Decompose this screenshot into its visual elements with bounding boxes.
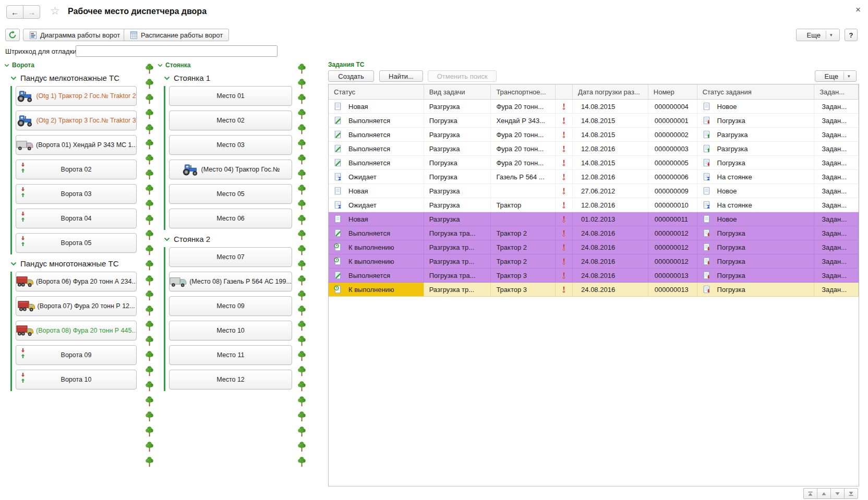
column-header[interactable] — [556, 84, 573, 99]
table-row[interactable]: НоваяРазгрузкаФура 20 тонн...14.08.20150… — [329, 100, 859, 114]
task-status-label: Погрузка — [717, 159, 745, 167]
urgent-icon — [561, 258, 566, 265]
table-row[interactable]: НоваяРазгрузка01.02.2013000000011НовоеЗа… — [329, 212, 859, 226]
parking-spot-button[interactable]: Место 03 — [169, 135, 292, 155]
table-row[interactable]: ВыполняетсяРазгрузкаФура 20 тонн...14.08… — [329, 128, 859, 142]
gate-button[interactable]: (Otg 1) Трактор 2 Гос.№ Traktor 2 — [16, 86, 137, 106]
gate-button[interactable]: (Ворота 07) Фура 20 тонн Р 12... — [16, 296, 137, 316]
column-header[interactable]: Вид задачи — [424, 84, 491, 99]
favorite-star-icon[interactable]: ☆ — [50, 5, 60, 17]
table-row[interactable]: К выполнениюРазгрузка тр...Трактор 224.0… — [329, 254, 859, 269]
task-status-cell: Погрузка — [697, 283, 815, 296]
chevron-down-icon — [164, 76, 170, 80]
parking-spot-button[interactable]: Место 06 — [169, 209, 292, 228]
table-row[interactable]: ВыполняетсяПогрузкаХендай Р 343...14.08.… — [329, 114, 859, 128]
assigned-cell: Задан... — [814, 254, 859, 268]
column-header[interactable]: Дата погрузки раз... — [573, 84, 648, 99]
vehicle-cell: Фура 20 тонн... — [491, 128, 556, 141]
urgent-icon — [561, 229, 566, 237]
parking-spot-button[interactable]: Место 12 — [169, 370, 292, 389]
parking-spot-button[interactable]: Место 05 — [169, 184, 292, 204]
column-header[interactable]: Статус — [329, 84, 424, 99]
parking-spot-button[interactable]: Место 09 — [169, 296, 292, 316]
column-header[interactable]: Статус задания — [697, 84, 815, 99]
nav-first-button[interactable] — [803, 488, 817, 499]
nav-down-button[interactable] — [830, 488, 845, 499]
gate-button-label: Ворота 10 — [61, 376, 92, 383]
gate-button[interactable]: Ворота 04 — [16, 209, 137, 228]
number-cell: 000000004 — [648, 100, 697, 113]
column-header[interactable]: Задан... — [814, 84, 859, 99]
table-row[interactable]: ВыполняетсяРазгрузкаФура 20 тонн...12.08… — [329, 142, 859, 156]
task-status-cell: Погрузка — [697, 156, 815, 169]
barcode-input[interactable] — [76, 45, 278, 57]
number-cell: 000000012 — [648, 254, 697, 268]
chevron-down-icon[interactable] — [4, 64, 9, 67]
table-row[interactable]: К выполнениюРазгрузка тр...Трактор 324.0… — [329, 283, 859, 297]
close-button[interactable]: × — [855, 5, 861, 15]
group-body: Место 01Место 02Место 03(Место 04) Тракт… — [164, 86, 293, 230]
gate-button[interactable]: (Otg 2) Трактор 3 Гос.№ Traktor 3 — [16, 111, 137, 130]
task-status-icon — [703, 243, 710, 251]
gate-button[interactable]: (Ворота 01) Хендай Р 343 МС 1... — [16, 135, 137, 155]
tree-icon — [145, 441, 154, 453]
parking-spot-button[interactable]: Место 02 — [169, 111, 292, 130]
gate-button[interactable]: (Ворота 06) Фура 20 тонн А 234... — [16, 272, 137, 291]
nav-up-button[interactable] — [817, 488, 831, 499]
gates-schedule-button[interactable]: Расписание работы ворот — [124, 29, 229, 41]
gate-button[interactable]: Ворота 03 — [16, 184, 137, 204]
parking-spot-button[interactable]: (Место 08) Газель Р 564 АС 199... — [169, 272, 292, 291]
parking-spot-button[interactable]: Место 01 — [169, 86, 292, 106]
tree-icon — [145, 184, 154, 196]
doc-status-icon — [334, 130, 342, 139]
table-row[interactable]: ОжидаетРазгрузкаТрактор12.08.20160000000… — [329, 198, 859, 212]
parking-panel-title: Стоянка — [158, 62, 293, 69]
chevron-down-icon[interactable] — [158, 64, 163, 67]
table-row[interactable]: НоваяРазгрузка27.06.2012000000009НовоеЗа… — [329, 184, 859, 198]
tree-icon — [145, 169, 154, 180]
gate-button[interactable]: Ворота 09 — [16, 345, 137, 365]
gate-button[interactable]: (Ворота 08) Фура 20 тонн Р 445... — [16, 321, 137, 340]
number-cell: 000000001 — [648, 114, 697, 127]
help-button[interactable]: ? — [845, 29, 858, 41]
status-cell: Выполняется — [329, 114, 424, 127]
parking-spot-button[interactable]: Место 11 — [169, 345, 292, 365]
assigned-cell: Задан... — [814, 283, 859, 296]
gate-button[interactable]: Ворота 10 — [16, 370, 137, 389]
nav-last-button[interactable] — [844, 488, 858, 499]
forward-button[interactable]: → — [23, 5, 40, 19]
more-button[interactable]: Еще ▾ — [796, 29, 840, 41]
urgent-cell — [556, 226, 573, 240]
status-label: Выполняется — [348, 272, 390, 279]
column-header[interactable]: Транспортное... — [491, 84, 556, 99]
parking-spot-button[interactable]: Место 10 — [169, 321, 292, 340]
tasks-more-button[interactable]: Еще ▾ — [815, 70, 857, 82]
tasks-panel: Задания ТС Создать Найти... Отменить пои… — [328, 61, 859, 500]
table-row[interactable]: К выполнениюРазгрузка тр...Трактор 224.0… — [329, 240, 859, 254]
number-cell: 000000013 — [648, 283, 697, 296]
parking-spot-button[interactable]: (Место 04) Трактор Гос.№ — [169, 160, 292, 179]
table-row[interactable]: ВыполняетсяПогрузкаФура 20 тонн...14.08.… — [329, 156, 859, 170]
task-type-cell: Разгрузка — [424, 212, 491, 226]
refresh-button[interactable] — [5, 29, 20, 41]
back-button[interactable]: ← — [6, 5, 23, 19]
create-button[interactable]: Создать — [328, 70, 374, 82]
gate-button[interactable]: Ворота 05 — [16, 233, 137, 253]
date-cell: 14.08.2015 — [573, 156, 648, 169]
cancel-search-button: Отменить поиск — [428, 70, 497, 82]
doc-status-icon — [334, 229, 342, 237]
gate-button[interactable]: Ворота 02 — [16, 160, 137, 179]
gates-diagram-button[interactable]: Диаграмма работы ворот — [23, 29, 126, 41]
truck-icon — [16, 275, 33, 288]
tree-icon — [145, 320, 154, 332]
table-row[interactable]: ОжидаетПогрузкаГазель Р 564 ...12.08.201… — [329, 170, 859, 184]
status-label: К выполнению — [348, 286, 394, 294]
parking-spot-button[interactable]: Место 07 — [169, 247, 292, 267]
table-row[interactable]: ВыполняетсяПогрузка тра...Трактор 324.08… — [329, 269, 859, 283]
tree-icon — [297, 426, 306, 437]
status-label: Выполняется — [348, 117, 390, 125]
find-button[interactable]: Найти... — [379, 70, 423, 82]
column-header[interactable]: Номер — [648, 84, 697, 99]
urgent-icon — [561, 243, 566, 251]
table-row[interactable]: ВыполняетсяПогрузка тра...Трактор 224.08… — [329, 226, 859, 240]
